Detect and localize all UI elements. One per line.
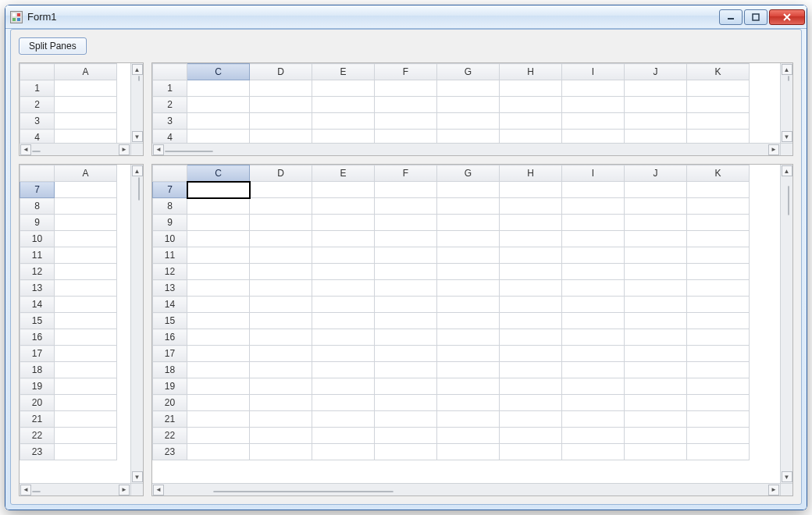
- cell[interactable]: [250, 329, 312, 346]
- scroll-thumb[interactable]: [165, 151, 213, 152]
- cell[interactable]: [187, 444, 250, 460]
- cell[interactable]: [55, 215, 117, 231]
- row-header[interactable]: 2: [20, 97, 55, 113]
- cell[interactable]: [312, 231, 375, 247]
- row-header[interactable]: 16: [20, 329, 55, 346]
- column-header[interactable]: A: [55, 64, 117, 80]
- column-header[interactable]: I: [562, 165, 625, 182]
- cell[interactable]: [250, 198, 312, 215]
- cell[interactable]: [375, 329, 437, 346]
- cell[interactable]: [437, 280, 500, 297]
- vertical-scrollbar[interactable]: ▲▼: [780, 165, 792, 483]
- cell[interactable]: [187, 130, 250, 144]
- cell[interactable]: [55, 130, 117, 144]
- cell[interactable]: [562, 280, 625, 297]
- row-header[interactable]: 3: [20, 113, 55, 130]
- cell[interactable]: [500, 247, 562, 264]
- cell[interactable]: [375, 247, 437, 264]
- select-all-corner[interactable]: [20, 64, 55, 80]
- scroll-down-icon[interactable]: ▼: [782, 471, 792, 482]
- cell[interactable]: [55, 444, 117, 460]
- cell[interactable]: [625, 362, 687, 378]
- cell[interactable]: [375, 231, 437, 247]
- cell[interactable]: [55, 80, 117, 97]
- cell[interactable]: [437, 313, 500, 329]
- vertical-scrollbar[interactable]: ▲▼: [130, 165, 143, 483]
- split-panes-button[interactable]: Split Panes: [19, 37, 87, 55]
- cell[interactable]: [312, 130, 375, 144]
- cell[interactable]: [687, 130, 750, 144]
- row-header[interactable]: 12: [153, 264, 187, 280]
- horizontal-scrollbar[interactable]: ◄►: [20, 483, 130, 495]
- cell[interactable]: [500, 198, 562, 215]
- cell[interactable]: [55, 329, 117, 346]
- cell[interactable]: [55, 378, 117, 395]
- cell[interactable]: [187, 346, 250, 362]
- cell[interactable]: [437, 113, 500, 130]
- cell[interactable]: [250, 182, 312, 198]
- cell[interactable]: [500, 297, 562, 313]
- row-header[interactable]: 18: [153, 362, 187, 378]
- scroll-left-icon[interactable]: ◄: [20, 485, 31, 495]
- cell[interactable]: [687, 215, 750, 231]
- close-button[interactable]: [769, 9, 805, 25]
- cell[interactable]: [312, 215, 375, 231]
- cell[interactable]: [250, 130, 312, 144]
- cell[interactable]: [562, 297, 625, 313]
- cell[interactable]: [687, 182, 750, 198]
- cell[interactable]: [625, 264, 687, 280]
- cell[interactable]: [500, 215, 562, 231]
- column-header[interactable]: K: [687, 64, 750, 80]
- cell[interactable]: [437, 264, 500, 280]
- row-header[interactable]: 7: [20, 182, 55, 198]
- cell[interactable]: [55, 264, 117, 280]
- cell[interactable]: [437, 329, 500, 346]
- cell[interactable]: [187, 297, 250, 313]
- cell[interactable]: [500, 280, 562, 297]
- cell[interactable]: [625, 428, 687, 444]
- cell[interactable]: [562, 80, 625, 97]
- scroll-up-icon[interactable]: ▲: [782, 64, 792, 75]
- scroll-right-icon[interactable]: ►: [119, 485, 130, 495]
- select-all-corner[interactable]: [153, 64, 187, 80]
- cell[interactable]: [250, 280, 312, 297]
- cell[interactable]: [312, 329, 375, 346]
- cell[interactable]: [562, 313, 625, 329]
- maximize-button[interactable]: [744, 9, 767, 25]
- cell[interactable]: [312, 247, 375, 264]
- scroll-thumb[interactable]: [138, 177, 140, 201]
- cell[interactable]: [687, 444, 750, 460]
- row-header[interactable]: 3: [153, 113, 187, 130]
- column-header[interactable]: I: [562, 64, 625, 80]
- column-header[interactable]: C: [187, 165, 250, 182]
- row-header[interactable]: 15: [153, 313, 187, 329]
- scroll-right-icon[interactable]: ►: [119, 144, 130, 155]
- cell[interactable]: [625, 444, 687, 460]
- cell[interactable]: [687, 280, 750, 297]
- cell[interactable]: [375, 411, 437, 428]
- cell[interactable]: [687, 428, 750, 444]
- cell[interactable]: [55, 346, 117, 362]
- cell[interactable]: [312, 182, 375, 198]
- cell[interactable]: [187, 215, 250, 231]
- cell[interactable]: [562, 264, 625, 280]
- cell[interactable]: [187, 247, 250, 264]
- cell[interactable]: [375, 97, 437, 113]
- cell[interactable]: [55, 297, 117, 313]
- cell[interactable]: [437, 198, 500, 215]
- cell[interactable]: [250, 297, 312, 313]
- cell[interactable]: [500, 264, 562, 280]
- select-all-corner[interactable]: [20, 165, 55, 182]
- cell[interactable]: [500, 346, 562, 362]
- cell[interactable]: [312, 346, 375, 362]
- cell[interactable]: [437, 231, 500, 247]
- cell[interactable]: [500, 395, 562, 411]
- cell[interactable]: [625, 329, 687, 346]
- cell[interactable]: [250, 97, 312, 113]
- cell[interactable]: [500, 428, 562, 444]
- cell[interactable]: [687, 113, 750, 130]
- cell[interactable]: [625, 113, 687, 130]
- cell[interactable]: [562, 444, 625, 460]
- row-header[interactable]: 17: [153, 346, 187, 362]
- cell[interactable]: [55, 411, 117, 428]
